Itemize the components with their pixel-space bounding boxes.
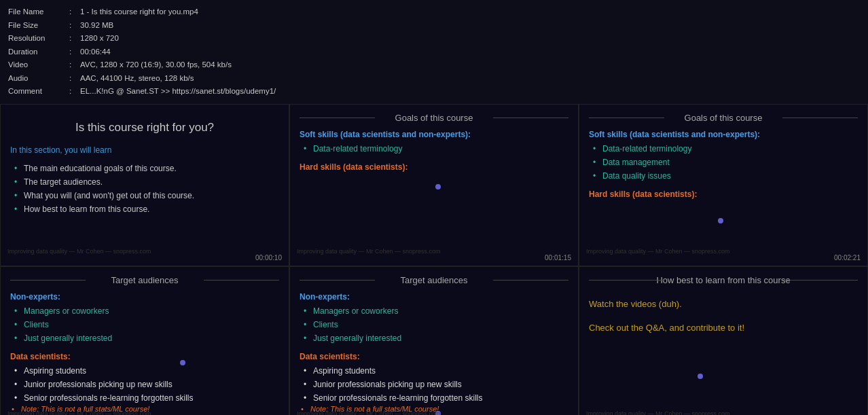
value-filesize: 30.92 MB <box>80 19 278 33</box>
thumb5-title: Target audiences <box>300 275 568 285</box>
thumbnail-2: Goals of this course Soft skills (data s… <box>289 104 579 266</box>
list-item: The target audiences. <box>13 175 279 189</box>
timestamp-3: 00:02:21 <box>834 254 861 261</box>
thumbnail-4: Target audiences Non-experts: Managers o… <box>0 266 289 415</box>
timestamp-2: 00:01:15 <box>545 254 571 261</box>
list-item: The main educational goals of this cours… <box>13 162 279 175</box>
file-info-panel: File Name : 1 - Is this course right for… <box>0 0 868 104</box>
thumb5-non-experts-bullets: Managers or coworkers Clients Just gener… <box>300 304 568 345</box>
thumb3-title: Goals of this course <box>589 113 858 123</box>
thumbnail-3: Goals of this course Soft skills (data s… <box>579 104 868 266</box>
value-duration: 00:06:44 <box>80 46 278 59</box>
label-duration: Duration <box>8 46 69 59</box>
value-comment: EL...K!nG @ Sanet.ST >> https://sanet.st… <box>80 85 278 98</box>
list-item: Data management <box>592 156 858 169</box>
list-item: Clients <box>13 318 279 331</box>
watermark-4: Improving data quality — Mr Cohen — snop… <box>7 410 151 415</box>
label-audio: Audio <box>8 72 69 86</box>
list-item: Data-related terminology <box>592 142 858 156</box>
value-audio: AAC, 44100 Hz, stereo, 128 kb/s <box>80 72 278 86</box>
thumb3-hard-label: Hard skills (data scientists): <box>589 190 858 199</box>
thumb2-soft-bullets: Data-related terminology <box>300 142 568 156</box>
label-video: Video <box>8 58 69 72</box>
watermark-5: Improving data quality — Mr Cohen — snop… <box>297 410 441 415</box>
thumb1-bullets: The main educational goals of this cours… <box>10 162 279 216</box>
label-comment: Comment <box>8 85 69 98</box>
thumb6-qa-text: Check out the Q&A, and contribute to it! <box>589 323 858 333</box>
thumbnail-1: Is this course right for you? In this se… <box>0 104 289 266</box>
value-video: AVC, 1280 x 720 (16:9), 30.00 fps, 504 k… <box>80 58 278 72</box>
list-item: Junior professionals picking up new skil… <box>13 378 279 391</box>
watermark-1: Improving data quality — Mr Cohen — snop… <box>7 248 151 255</box>
thumb5-data-sci-label: Data scientists: <box>300 352 568 361</box>
list-item: Data quality issues <box>592 169 858 183</box>
list-item: Aspiring students <box>302 364 568 378</box>
thumb1-heading: Is this course right for you? <box>10 121 279 134</box>
list-item: Managers or coworkers <box>302 304 568 318</box>
thumb2-soft-label: Soft skills (data scientists and non-exp… <box>300 130 568 139</box>
list-item: Aspiring students <box>13 364 279 378</box>
dot-indicator <box>718 218 723 223</box>
watermark-6: Improving data quality — Mr Cohen — snop… <box>586 410 730 415</box>
list-item: Clients <box>302 318 568 331</box>
thumbnail-6: How best to learn from this course Watch… <box>579 266 868 415</box>
thumb5-data-sci-bullets: Aspiring students Junior professionals p… <box>300 364 568 405</box>
thumb6-watch-text: Watch the videos (duh). <box>589 299 858 309</box>
value-resolution: 1280 x 720 <box>80 32 278 46</box>
thumb2-hard-label: Hard skills (data scientists): <box>300 162 568 172</box>
timestamp-1: 00:00:10 <box>255 254 282 261</box>
thumb3-soft-bullets: Data-related terminology Data management… <box>589 142 858 183</box>
thumbnail-grid: Is this course right for you? In this se… <box>0 104 868 415</box>
list-item: What you will (and won't) get out of thi… <box>13 189 279 202</box>
thumb4-data-sci-bullets: Aspiring students Junior professionals p… <box>10 364 279 405</box>
list-item: Managers or coworkers <box>13 304 279 318</box>
thumb1-intro: In this section, you will learn <box>10 145 279 155</box>
list-item: Data-related terminology <box>302 142 568 156</box>
watermark-3: Improving data quality — Mr Cohen — snop… <box>586 248 730 255</box>
thumb4-title: Target audiences <box>10 275 279 285</box>
list-item: Senior professionals re-learning forgott… <box>13 391 279 405</box>
list-item: Junior professionals picking up new skil… <box>302 378 568 391</box>
label-filename: File Name <box>8 5 69 19</box>
thumb4-non-experts-bullets: Managers or coworkers Clients Just gener… <box>10 304 279 345</box>
thumb4-data-sci-label: Data scientists: <box>10 352 279 361</box>
thumb2-title: Goals of this course <box>300 113 568 123</box>
thumb5-non-experts-label: Non-experts: <box>300 292 568 302</box>
dot-indicator <box>435 184 441 190</box>
thumb4-non-experts-label: Non-experts: <box>10 292 279 302</box>
list-item: How best to learn from this course. <box>13 202 279 216</box>
thumbnail-5: Target audiences Non-experts: Managers o… <box>289 266 579 415</box>
label-filesize: File Size <box>8 19 69 33</box>
thumb6-title: How best to learn from this course <box>589 275 858 285</box>
dot-indicator <box>698 374 703 379</box>
list-item: Senior professionals re-learning forgott… <box>302 391 568 405</box>
list-item: Just generally interested <box>302 331 568 345</box>
label-resolution: Resolution <box>8 32 69 46</box>
value-filename: 1 - Is this course right for you.mp4 <box>80 5 278 19</box>
list-item: Just generally interested <box>13 331 279 345</box>
thumb3-soft-label: Soft skills (data scientists and non-exp… <box>589 130 858 139</box>
watermark-2: Improving data quality — Mr Cohen — snop… <box>297 248 441 255</box>
